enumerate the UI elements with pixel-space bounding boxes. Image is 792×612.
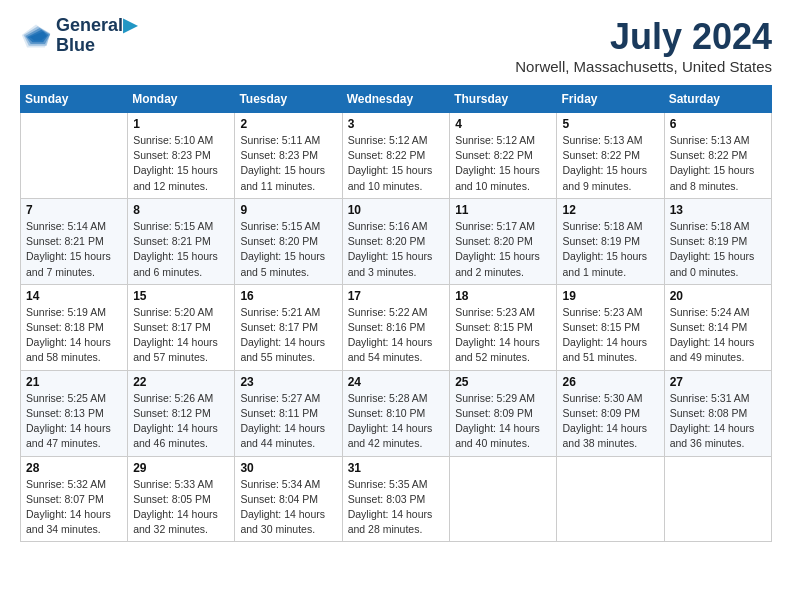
day-number: 19: [562, 289, 658, 303]
day-number: 12: [562, 203, 658, 217]
day-number: 7: [26, 203, 122, 217]
calendar-cell: 25Sunrise: 5:29 AM Sunset: 8:09 PM Dayli…: [450, 370, 557, 456]
day-info: Sunrise: 5:20 AM Sunset: 8:17 PM Dayligh…: [133, 305, 229, 366]
calendar-cell: 17Sunrise: 5:22 AM Sunset: 8:16 PM Dayli…: [342, 284, 450, 370]
calendar-cell: 9Sunrise: 5:15 AM Sunset: 8:20 PM Daylig…: [235, 198, 342, 284]
calendar-cell: 7Sunrise: 5:14 AM Sunset: 8:21 PM Daylig…: [21, 198, 128, 284]
day-info: Sunrise: 5:23 AM Sunset: 8:15 PM Dayligh…: [455, 305, 551, 366]
day-info: Sunrise: 5:21 AM Sunset: 8:17 PM Dayligh…: [240, 305, 336, 366]
day-number: 8: [133, 203, 229, 217]
day-number: 29: [133, 461, 229, 475]
day-info: Sunrise: 5:26 AM Sunset: 8:12 PM Dayligh…: [133, 391, 229, 452]
day-number: 26: [562, 375, 658, 389]
day-number: 24: [348, 375, 445, 389]
day-number: 2: [240, 117, 336, 131]
subtitle: Norwell, Massachusetts, United States: [515, 58, 772, 75]
day-info: Sunrise: 5:33 AM Sunset: 8:05 PM Dayligh…: [133, 477, 229, 538]
day-info: Sunrise: 5:17 AM Sunset: 8:20 PM Dayligh…: [455, 219, 551, 280]
day-number: 4: [455, 117, 551, 131]
day-number: 22: [133, 375, 229, 389]
calendar-cell: 21Sunrise: 5:25 AM Sunset: 8:13 PM Dayli…: [21, 370, 128, 456]
day-info: Sunrise: 5:16 AM Sunset: 8:20 PM Dayligh…: [348, 219, 445, 280]
main-title: July 2024: [515, 16, 772, 58]
calendar-header-saturday: Saturday: [664, 86, 771, 113]
calendar-week-row: 1Sunrise: 5:10 AM Sunset: 8:23 PM Daylig…: [21, 113, 772, 199]
day-info: Sunrise: 5:13 AM Sunset: 8:22 PM Dayligh…: [562, 133, 658, 194]
calendar-header-row: SundayMondayTuesdayWednesdayThursdayFrid…: [21, 86, 772, 113]
calendar-cell: 10Sunrise: 5:16 AM Sunset: 8:20 PM Dayli…: [342, 198, 450, 284]
day-info: Sunrise: 5:23 AM Sunset: 8:15 PM Dayligh…: [562, 305, 658, 366]
day-info: Sunrise: 5:28 AM Sunset: 8:10 PM Dayligh…: [348, 391, 445, 452]
calendar-cell: 29Sunrise: 5:33 AM Sunset: 8:05 PM Dayli…: [128, 456, 235, 542]
day-number: 5: [562, 117, 658, 131]
calendar-cell: 1Sunrise: 5:10 AM Sunset: 8:23 PM Daylig…: [128, 113, 235, 199]
calendar-cell: 27Sunrise: 5:31 AM Sunset: 8:08 PM Dayli…: [664, 370, 771, 456]
day-info: Sunrise: 5:13 AM Sunset: 8:22 PM Dayligh…: [670, 133, 766, 194]
day-info: Sunrise: 5:18 AM Sunset: 8:19 PM Dayligh…: [670, 219, 766, 280]
calendar-cell: 14Sunrise: 5:19 AM Sunset: 8:18 PM Dayli…: [21, 284, 128, 370]
day-number: 3: [348, 117, 445, 131]
day-number: 31: [348, 461, 445, 475]
calendar-cell: 3Sunrise: 5:12 AM Sunset: 8:22 PM Daylig…: [342, 113, 450, 199]
day-info: Sunrise: 5:11 AM Sunset: 8:23 PM Dayligh…: [240, 133, 336, 194]
calendar-cell: 26Sunrise: 5:30 AM Sunset: 8:09 PM Dayli…: [557, 370, 664, 456]
calendar-cell: 23Sunrise: 5:27 AM Sunset: 8:11 PM Dayli…: [235, 370, 342, 456]
day-info: Sunrise: 5:30 AM Sunset: 8:09 PM Dayligh…: [562, 391, 658, 452]
calendar-table: SundayMondayTuesdayWednesdayThursdayFrid…: [20, 85, 772, 542]
day-number: 6: [670, 117, 766, 131]
day-info: Sunrise: 5:15 AM Sunset: 8:21 PM Dayligh…: [133, 219, 229, 280]
day-number: 18: [455, 289, 551, 303]
calendar-cell: 11Sunrise: 5:17 AM Sunset: 8:20 PM Dayli…: [450, 198, 557, 284]
calendar-cell: 28Sunrise: 5:32 AM Sunset: 8:07 PM Dayli…: [21, 456, 128, 542]
day-number: 17: [348, 289, 445, 303]
calendar-cell: 12Sunrise: 5:18 AM Sunset: 8:19 PM Dayli…: [557, 198, 664, 284]
logo: General▶ Blue: [20, 16, 137, 56]
day-info: Sunrise: 5:35 AM Sunset: 8:03 PM Dayligh…: [348, 477, 445, 538]
day-number: 30: [240, 461, 336, 475]
calendar-cell: 30Sunrise: 5:34 AM Sunset: 8:04 PM Dayli…: [235, 456, 342, 542]
calendar-header-sunday: Sunday: [21, 86, 128, 113]
calendar-cell: 22Sunrise: 5:26 AM Sunset: 8:12 PM Dayli…: [128, 370, 235, 456]
day-info: Sunrise: 5:10 AM Sunset: 8:23 PM Dayligh…: [133, 133, 229, 194]
calendar-cell: [557, 456, 664, 542]
day-info: Sunrise: 5:24 AM Sunset: 8:14 PM Dayligh…: [670, 305, 766, 366]
day-info: Sunrise: 5:14 AM Sunset: 8:21 PM Dayligh…: [26, 219, 122, 280]
day-info: Sunrise: 5:32 AM Sunset: 8:07 PM Dayligh…: [26, 477, 122, 538]
day-info: Sunrise: 5:12 AM Sunset: 8:22 PM Dayligh…: [348, 133, 445, 194]
day-info: Sunrise: 5:25 AM Sunset: 8:13 PM Dayligh…: [26, 391, 122, 452]
calendar-cell: [21, 113, 128, 199]
calendar-cell: 4Sunrise: 5:12 AM Sunset: 8:22 PM Daylig…: [450, 113, 557, 199]
calendar-header-wednesday: Wednesday: [342, 86, 450, 113]
day-info: Sunrise: 5:12 AM Sunset: 8:22 PM Dayligh…: [455, 133, 551, 194]
calendar-cell: 6Sunrise: 5:13 AM Sunset: 8:22 PM Daylig…: [664, 113, 771, 199]
calendar-header-tuesday: Tuesday: [235, 86, 342, 113]
day-number: 1: [133, 117, 229, 131]
day-info: Sunrise: 5:34 AM Sunset: 8:04 PM Dayligh…: [240, 477, 336, 538]
day-info: Sunrise: 5:19 AM Sunset: 8:18 PM Dayligh…: [26, 305, 122, 366]
calendar-cell: 13Sunrise: 5:18 AM Sunset: 8:19 PM Dayli…: [664, 198, 771, 284]
day-number: 27: [670, 375, 766, 389]
day-number: 13: [670, 203, 766, 217]
day-number: 21: [26, 375, 122, 389]
day-info: Sunrise: 5:15 AM Sunset: 8:20 PM Dayligh…: [240, 219, 336, 280]
calendar-cell: 31Sunrise: 5:35 AM Sunset: 8:03 PM Dayli…: [342, 456, 450, 542]
calendar-cell: 20Sunrise: 5:24 AM Sunset: 8:14 PM Dayli…: [664, 284, 771, 370]
day-info: Sunrise: 5:18 AM Sunset: 8:19 PM Dayligh…: [562, 219, 658, 280]
day-number: 25: [455, 375, 551, 389]
day-number: 9: [240, 203, 336, 217]
day-number: 11: [455, 203, 551, 217]
day-info: Sunrise: 5:27 AM Sunset: 8:11 PM Dayligh…: [240, 391, 336, 452]
calendar-cell: 16Sunrise: 5:21 AM Sunset: 8:17 PM Dayli…: [235, 284, 342, 370]
calendar-header-thursday: Thursday: [450, 86, 557, 113]
calendar-cell: 15Sunrise: 5:20 AM Sunset: 8:17 PM Dayli…: [128, 284, 235, 370]
day-info: Sunrise: 5:31 AM Sunset: 8:08 PM Dayligh…: [670, 391, 766, 452]
calendar-week-row: 21Sunrise: 5:25 AM Sunset: 8:13 PM Dayli…: [21, 370, 772, 456]
logo-icon: [20, 22, 52, 50]
calendar-cell: 19Sunrise: 5:23 AM Sunset: 8:15 PM Dayli…: [557, 284, 664, 370]
day-number: 15: [133, 289, 229, 303]
day-number: 16: [240, 289, 336, 303]
day-number: 28: [26, 461, 122, 475]
calendar-week-row: 7Sunrise: 5:14 AM Sunset: 8:21 PM Daylig…: [21, 198, 772, 284]
calendar-cell: 5Sunrise: 5:13 AM Sunset: 8:22 PM Daylig…: [557, 113, 664, 199]
day-number: 14: [26, 289, 122, 303]
